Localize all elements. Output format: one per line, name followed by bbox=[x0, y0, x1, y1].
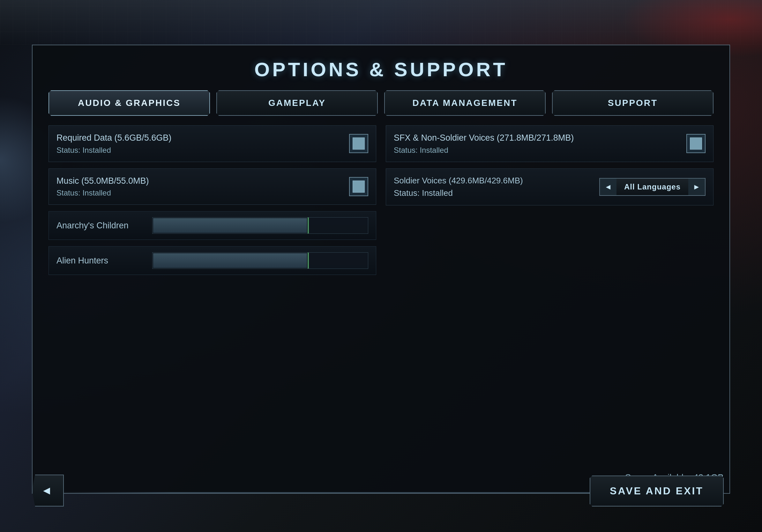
sfx-text: SFX & Non-Soldier Voices (271.8MB/271.8M… bbox=[394, 131, 682, 156]
required-data-text: Required Data (5.6GB/5.6GB) Status: Inst… bbox=[56, 131, 344, 156]
content-area: Required Data (5.6GB/5.6GB) Status: Inst… bbox=[33, 125, 729, 275]
soldier-voices-status: Status: Installed bbox=[394, 187, 599, 199]
tab-row: AUDIO & GRAPHICS GAMEPLAY DATA MANAGEMEN… bbox=[33, 90, 729, 116]
sfx-label: SFX & Non-Soldier Voices (271.8MB/271.8M… bbox=[394, 131, 682, 145]
sfx-status: Status: Installed bbox=[394, 145, 682, 156]
music-row: Music (55.0MB/55.0MB) Status: Installed bbox=[48, 168, 376, 205]
required-data-row: Required Data (5.6GB/5.6GB) Status: Inst… bbox=[48, 125, 376, 162]
save-exit-button[interactable]: SAVE AND EXIT bbox=[590, 476, 724, 506]
content-left: Required Data (5.6GB/5.6GB) Status: Inst… bbox=[48, 125, 376, 275]
soldier-voices-label: Soldier Voices (429.6MB/429.6MB) bbox=[394, 174, 599, 187]
soldier-voices-row: Soldier Voices (429.6MB/429.6MB) Status:… bbox=[386, 168, 714, 205]
language-selector: ◄ All Languages ► bbox=[599, 178, 706, 196]
tab-audio-graphics[interactable]: AUDIO & GRAPHICS bbox=[48, 90, 210, 116]
soldier-voices-text: Soldier Voices (429.6MB/429.6MB) Status:… bbox=[394, 174, 599, 199]
page-title: OPTIONS & SUPPORT bbox=[33, 45, 729, 90]
tab-support[interactable]: SUPPORT bbox=[552, 90, 714, 116]
anarchys-children-label: Anarchy's Children bbox=[56, 221, 146, 231]
music-label: Music (55.0MB/55.0MB) bbox=[56, 174, 344, 187]
main-panel: OPTIONS & SUPPORT AUDIO & GRAPHICS GAMEP… bbox=[32, 45, 730, 494]
anarchys-children-divider bbox=[308, 218, 309, 233]
alien-hunters-bar bbox=[153, 253, 307, 268]
music-status: Status: Installed bbox=[56, 187, 344, 199]
sfx-row: SFX & Non-Soldier Voices (271.8MB/271.8M… bbox=[386, 125, 714, 162]
anarchys-children-row: Anarchy's Children bbox=[48, 211, 376, 240]
tab-gameplay[interactable]: GAMEPLAY bbox=[216, 90, 378, 116]
lang-prev-button[interactable]: ◄ bbox=[600, 179, 617, 195]
back-button[interactable]: ◄ bbox=[32, 475, 64, 506]
content-right: SFX & Non-Soldier Voices (271.8MB/271.8M… bbox=[386, 125, 714, 275]
back-icon: ◄ bbox=[41, 484, 52, 497]
alien-hunters-divider bbox=[308, 253, 309, 269]
alien-hunters-progress bbox=[152, 252, 368, 269]
lang-next-button[interactable]: ► bbox=[688, 179, 705, 195]
required-data-checkbox[interactable] bbox=[349, 134, 368, 153]
anarchys-children-bar bbox=[153, 218, 307, 233]
music-checkbox[interactable] bbox=[349, 177, 368, 196]
lang-label: All Languages bbox=[617, 179, 688, 195]
anarchys-children-progress bbox=[152, 217, 368, 234]
alien-hunters-row: Alien Hunters bbox=[48, 246, 376, 275]
tab-data-management[interactable]: DATA MANAGEMENT bbox=[384, 90, 546, 116]
alien-hunters-label: Alien Hunters bbox=[56, 256, 146, 266]
music-text: Music (55.0MB/55.0MB) Status: Installed bbox=[56, 174, 344, 199]
sfx-checkbox[interactable] bbox=[686, 134, 706, 153]
required-data-label: Required Data (5.6GB/5.6GB) bbox=[56, 131, 344, 145]
required-data-status: Status: Installed bbox=[56, 145, 344, 156]
